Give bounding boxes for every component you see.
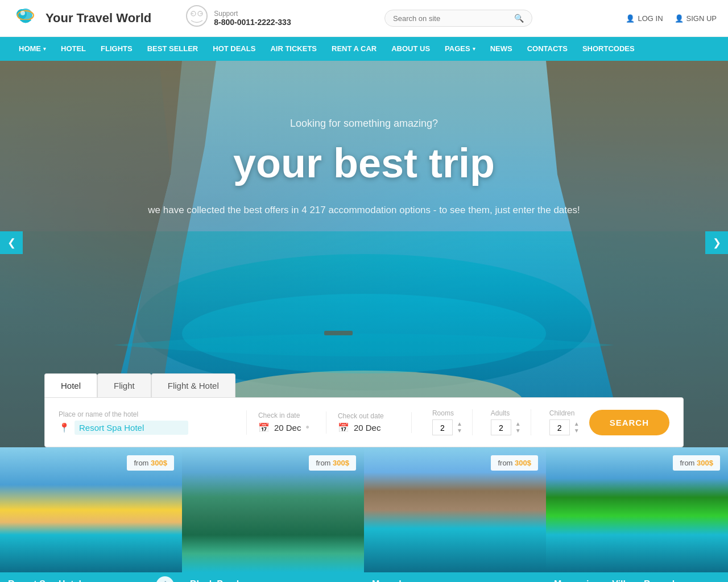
hotel-price-badge-2: from 300$ xyxy=(309,455,356,471)
hotel-name-3: Marsol xyxy=(372,579,538,582)
support-icon xyxy=(185,5,208,32)
children-down-arrow[interactable]: ▼ xyxy=(573,427,580,434)
logo-icon xyxy=(11,4,40,32)
nav-flights[interactable]: FLIGHTS xyxy=(93,37,140,61)
hotel-card-3: from 300$ Marsol 📍 Costa Brava, Spain ★ … xyxy=(364,447,546,582)
hero-description: we have collected the best offers in 4 2… xyxy=(0,203,728,218)
search-tabs: Hotel Flight Flight & Hotel xyxy=(44,373,684,397)
search-icon: 🔍 xyxy=(514,14,524,23)
hotel-info-3: Marsol 📍 Costa Brava, Spain ★ ★ ★ ★ ★ xyxy=(364,572,546,582)
calendar-icon-checkout: 📅 xyxy=(338,422,349,433)
nav-hotdeals[interactable]: HOT DEALS xyxy=(205,37,263,61)
signup-label: SIGN UP xyxy=(686,14,717,23)
nav-rentacar[interactable]: RENT A CAR xyxy=(324,37,384,61)
adults-value: 2 xyxy=(491,419,511,435)
hotel-info-2: Black Pearl 📍 Cuba ★ ★ ★ ★ ★ xyxy=(182,572,364,582)
nav-airtickets[interactable]: AIR TICKETS xyxy=(263,37,324,61)
header-search-area: 🔍 xyxy=(291,10,626,27)
nav-news[interactable]: NEWS xyxy=(483,37,520,61)
hero-title: your best trip xyxy=(0,141,728,186)
hero-subtitle: Looking for something amazing? xyxy=(0,118,728,130)
support-area: Support 8-800-0011-2222-333 xyxy=(185,5,291,32)
rooms-stepper: 2 ▲ ▼ xyxy=(432,419,463,435)
tab-flight-hotel[interactable]: Flight & Hotel xyxy=(151,373,235,397)
checkin-date[interactable]: 20 Dec xyxy=(274,423,301,433)
svg-point-4 xyxy=(187,6,207,26)
hotel-name-label: Place or name of the hotel xyxy=(59,410,235,418)
nav-pages[interactable]: PAGES ▾ xyxy=(437,37,483,61)
nav-hotel[interactable]: HOTEL xyxy=(53,37,93,61)
search-widget: Hotel Flight Flight & Hotel Place or nam… xyxy=(44,373,684,447)
hotel-price-badge-1: from 300$ xyxy=(127,455,174,471)
rooms-up-arrow[interactable]: ▲ xyxy=(456,421,463,427)
checkin-value: 📅 20 Dec • xyxy=(258,422,315,434)
hero-content: Looking for something amazing? your best… xyxy=(0,61,728,218)
hotel-card-4: from 300$ Macronissos Village Bungalows … xyxy=(546,447,728,582)
chevron-down-icon: ▾ xyxy=(43,37,46,61)
login-button[interactable]: 👤 LOG IN xyxy=(626,14,663,23)
adults-arrows: ▲ ▼ xyxy=(515,421,522,434)
support-phone: 8-800-0011-2222-333 xyxy=(214,18,291,27)
nav-contacts[interactable]: CONTACTS xyxy=(520,37,575,61)
chevron-down-icon-pages: ▾ xyxy=(473,37,475,61)
nav-aboutus[interactable]: ABOUT US xyxy=(384,37,437,61)
rooms-group: Rooms 2 ▲ ▼ xyxy=(423,409,473,435)
carousel-next-button[interactable]: ❯ xyxy=(705,231,728,254)
children-stepper: 2 ▲ ▼ xyxy=(549,419,580,435)
checkout-value: 📅 20 Dec xyxy=(338,422,400,433)
hotel-price-3: 300$ xyxy=(515,459,531,467)
search-button[interactable]: SEARCH xyxy=(589,410,669,435)
children-label: Children xyxy=(549,409,575,417)
login-label: LOG IN xyxy=(638,14,663,23)
hotel-price-badge-4: from 300$ xyxy=(673,455,720,471)
hotel-name-1: Resort Spa Hotel xyxy=(8,579,174,582)
hero-section: Looking for something amazing? your best… xyxy=(0,61,728,447)
hotel-name-input[interactable] xyxy=(75,421,188,435)
checkin-group: Check in date 📅 20 Dec • xyxy=(258,411,326,434)
hotel-card-2: from 300$ Black Pearl 📍 Cuba ★ ★ ★ ★ ★ xyxy=(182,447,364,582)
header: Your Travel World Support 8-800-0011-222… xyxy=(0,0,728,37)
adults-up-arrow[interactable]: ▲ xyxy=(515,421,522,427)
hotel-price-4: 300$ xyxy=(697,459,713,467)
adults-label: Adults xyxy=(491,409,510,417)
hotel-name-group: Place or name of the hotel 📍 xyxy=(59,410,247,435)
signup-icon: 👤 xyxy=(675,14,684,23)
search-box[interactable]: 🔍 xyxy=(384,10,532,27)
rooms-arrows: ▲ ▼ xyxy=(456,421,463,434)
nav-home[interactable]: HOME ▾ xyxy=(11,37,53,61)
adults-stepper: 2 ▲ ▼ xyxy=(491,419,522,435)
checkout-group: Check out date 📅 20 Dec xyxy=(338,412,412,433)
svg-point-3 xyxy=(20,11,25,15)
hotel-name-4: Macronissos Village Bungalows xyxy=(554,579,720,582)
checkin-label: Check in date xyxy=(258,411,315,419)
checkout-label: Check out date xyxy=(338,412,400,420)
rooms-label: Rooms xyxy=(432,409,454,417)
rooms-down-arrow[interactable]: ▼ xyxy=(456,427,463,434)
hotel-price-1: 300$ xyxy=(151,459,167,467)
rooms-value: 2 xyxy=(432,419,453,435)
search-form: Place or name of the hotel 📍 Check in da… xyxy=(44,397,684,447)
nav-shortcodes[interactable]: SHORTCODES xyxy=(575,37,642,61)
support-label: Support xyxy=(214,10,291,18)
hotel-info-4: Macronissos Village Bungalows 📍 Ayia Nap… xyxy=(546,572,728,582)
tab-hotel[interactable]: Hotel xyxy=(44,373,97,397)
children-arrows: ▲ ▼ xyxy=(573,421,580,434)
svg-rect-14 xyxy=(324,331,353,335)
checkout-date[interactable]: 20 Dec xyxy=(354,423,381,433)
adults-down-arrow[interactable]: ▼ xyxy=(515,427,522,434)
user-icon: 👤 xyxy=(626,14,635,23)
calendar-icon-checkin: 📅 xyxy=(258,422,270,433)
logo: Your Travel World xyxy=(11,4,151,32)
tab-flight[interactable]: Flight xyxy=(97,373,151,397)
hotels-section: from 300$ ⚙️ Resort Spa Hotel 📍 Thailand… xyxy=(0,447,728,582)
support-info: Support 8-800-0011-2222-333 xyxy=(214,10,291,27)
search-input[interactable] xyxy=(393,14,514,23)
children-value: 2 xyxy=(549,419,570,435)
nav-bestseller[interactable]: BEST SELLER xyxy=(140,37,206,61)
children-up-arrow[interactable]: ▲ xyxy=(573,421,580,427)
pin-icon: 📍 xyxy=(59,422,70,433)
hotel-name-value: 📍 xyxy=(59,421,235,435)
hotel-card-1: from 300$ ⚙️ Resort Spa Hotel 📍 Thailand… xyxy=(0,447,182,582)
carousel-prev-button[interactable]: ❮ xyxy=(0,231,23,254)
signup-button[interactable]: 👤 SIGN UP xyxy=(675,14,717,23)
